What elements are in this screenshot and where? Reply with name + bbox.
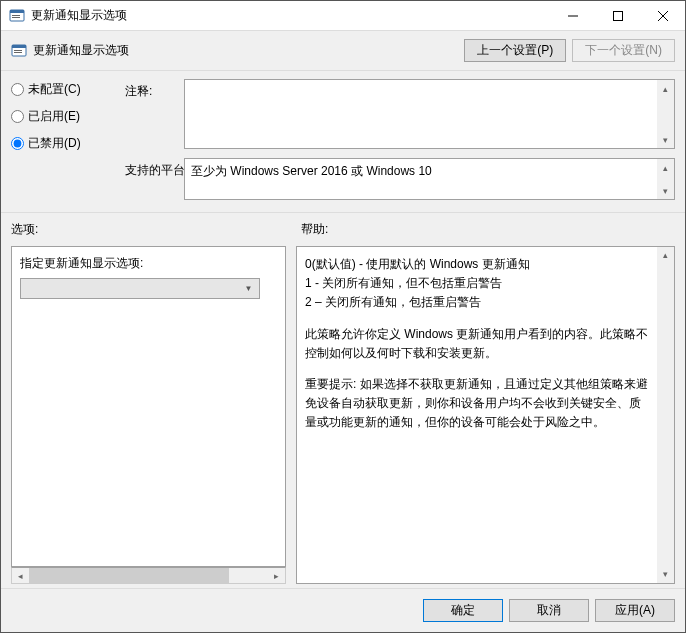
options-inner: 指定更新通知显示选项: ▼ <box>11 246 286 567</box>
scroll-down-icon[interactable]: ▾ <box>657 131 674 148</box>
cancel-label: 取消 <box>537 603 561 617</box>
options-section-label: 选项: <box>11 221 301 238</box>
svg-rect-10 <box>14 50 22 51</box>
header-title: 更新通知显示选项 <box>33 42 129 59</box>
previous-setting-label: 上一个设置(P) <box>477 43 553 57</box>
comment-textarea[interactable]: ▴ ▾ <box>184 79 675 149</box>
policy-icon <box>9 8 25 24</box>
section-labels: 选项: 帮助: <box>1 213 685 242</box>
scrollbar-vertical[interactable]: ▴ ▾ <box>657 247 674 583</box>
radio-group-state: 未配置(C) 已启用(E) 已禁用(D) <box>11 79 121 152</box>
policy-icon <box>11 43 27 59</box>
radio-disabled[interactable] <box>11 137 24 150</box>
scroll-down-icon[interactable]: ▾ <box>657 566 674 583</box>
apply-label: 应用(A) <box>615 603 655 617</box>
help-line: 1 - 关闭所有通知，但不包括重启警告 <box>305 274 652 293</box>
svg-rect-3 <box>12 17 20 18</box>
apply-button[interactable]: 应用(A) <box>595 599 675 622</box>
ok-label: 确定 <box>451 603 475 617</box>
help-line: 2 – 关闭所有通知，包括重启警告 <box>305 293 652 312</box>
options-panel: 指定更新通知显示选项: ▼ ◂ ▸ <box>11 246 286 584</box>
close-button[interactable] <box>640 1 685 31</box>
settings-upper: 未配置(C) 已启用(E) 已禁用(D) 注释: ▴ ▾ 支持的平台: 至少为 … <box>1 71 685 213</box>
scrollbar-horizontal[interactable]: ◂ ▸ <box>11 567 286 584</box>
supported-value: 至少为 Windows Server 2016 或 Windows 10 <box>191 164 432 178</box>
dialog-footer: 确定 取消 应用(A) <box>1 588 685 632</box>
scrollbar-vertical[interactable]: ▴ ▾ <box>657 159 674 199</box>
minimize-button[interactable] <box>550 1 595 31</box>
main-split: 指定更新通知显示选项: ▼ ◂ ▸ 0(默认值) - 使用默认的 Windows… <box>1 242 685 588</box>
scroll-down-icon[interactable]: ▾ <box>657 182 674 199</box>
chevron-down-icon: ▼ <box>240 280 257 297</box>
previous-setting-button[interactable]: 上一个设置(P) <box>464 39 566 62</box>
help-panel: 0(默认值) - 使用默认的 Windows 更新通知 1 - 关闭所有通知，但… <box>296 246 675 584</box>
window-title: 更新通知显示选项 <box>31 7 127 24</box>
radio-not-configured-label[interactable]: 未配置(C) <box>28 81 81 98</box>
supported-textarea: 至少为 Windows Server 2016 或 Windows 10 ▴ ▾ <box>184 158 675 200</box>
svg-rect-11 <box>14 52 22 53</box>
scrollbar-vertical[interactable]: ▴ ▾ <box>657 80 674 148</box>
svg-rect-1 <box>10 10 24 13</box>
scroll-up-icon[interactable]: ▴ <box>657 247 674 264</box>
radio-disabled-label[interactable]: 已禁用(D) <box>28 135 81 152</box>
supported-label: 支持的平台: <box>125 158 180 179</box>
cancel-button[interactable]: 取消 <box>509 599 589 622</box>
ok-button[interactable]: 确定 <box>423 599 503 622</box>
comment-label: 注释: <box>125 79 180 100</box>
options-field-label: 指定更新通知显示选项: <box>20 255 277 272</box>
scroll-left-icon[interactable]: ◂ <box>12 568 29 583</box>
scroll-right-icon[interactable]: ▸ <box>268 568 285 583</box>
svg-rect-9 <box>12 45 26 48</box>
help-section-label: 帮助: <box>301 221 675 238</box>
svg-rect-2 <box>12 15 20 16</box>
scroll-up-icon[interactable]: ▴ <box>657 80 674 97</box>
next-setting-button[interactable]: 下一个设置(N) <box>572 39 675 62</box>
scroll-thumb[interactable] <box>29 568 229 583</box>
help-paragraph: 此策略允许你定义 Windows 更新通知用户看到的内容。此策略不控制如何以及何… <box>305 325 652 363</box>
radio-enabled-label[interactable]: 已启用(E) <box>28 108 80 125</box>
scroll-up-icon[interactable]: ▴ <box>657 159 674 176</box>
next-setting-label: 下一个设置(N) <box>585 43 662 57</box>
dialog-window: 更新通知显示选项 更新通知显示选项 上一个设置(P) 下一个设置(N) <box>0 0 686 633</box>
header-row: 更新通知显示选项 上一个设置(P) 下一个设置(N) <box>1 31 685 71</box>
maximize-button[interactable] <box>595 1 640 31</box>
radio-enabled[interactable] <box>11 110 24 123</box>
titlebar: 更新通知显示选项 <box>1 1 685 31</box>
options-dropdown[interactable]: ▼ <box>20 278 260 299</box>
radio-not-configured[interactable] <box>11 83 24 96</box>
help-paragraph: 重要提示: 如果选择不获取更新通知，且通过定义其他组策略来避免设备自动获取更新，… <box>305 375 652 433</box>
help-line: 0(默认值) - 使用默认的 Windows 更新通知 <box>305 255 652 274</box>
svg-rect-5 <box>613 11 622 20</box>
